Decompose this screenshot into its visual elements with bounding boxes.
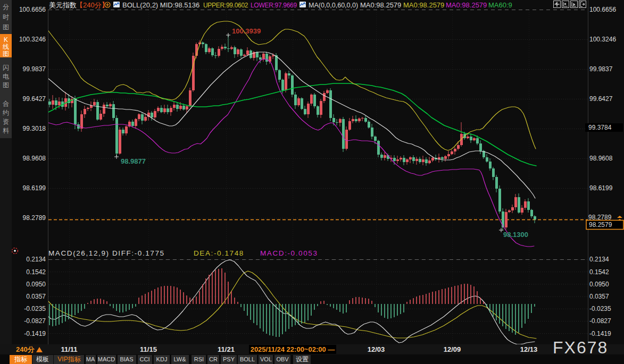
svg-text:100.6656: 100.6656 [19, 6, 46, 13]
svg-text:时: 时 [3, 13, 9, 21]
svg-text:240分: 240分 [16, 345, 35, 353]
svg-text:99.3018: 99.3018 [23, 125, 46, 132]
svg-text:100.3939: 100.3939 [232, 27, 261, 35]
svg-text:100.3246: 100.3246 [589, 36, 616, 43]
svg-text:MACD(26,12,9) DIFF:-0.1775: MACD(26,12,9) DIFF:-0.1775 [48, 249, 165, 257]
svg-text:MACD: MACD [98, 356, 115, 362]
svg-text:99.9837: 99.9837 [23, 65, 46, 73]
svg-text:闪: 闪 [3, 64, 9, 71]
svg-text:LOWER:97.9669: LOWER:97.9669 [251, 2, 297, 9]
svg-text:OBV: OBV [276, 356, 289, 362]
svg-text:指标: 指标 [14, 355, 28, 363]
svg-text:99.6427: 99.6427 [23, 95, 46, 103]
svg-text:98.6199: 98.6199 [23, 184, 46, 192]
svg-text:DEA:-0.1748: DEA:-0.1748 [194, 249, 244, 257]
svg-text:料: 料 [3, 127, 9, 134]
svg-text:模板: 模板 [36, 355, 49, 363]
svg-text:-0.0235: -0.0235 [589, 305, 611, 312]
svg-text:VIP指标: VIP指标 [57, 355, 81, 363]
svg-text:100.6656: 100.6656 [589, 6, 616, 13]
svg-text:100.3246: 100.3246 [19, 36, 46, 43]
svg-text:12/03: 12/03 [368, 345, 385, 353]
svg-text:11/11: 11/11 [61, 345, 77, 353]
svg-text:设置: 设置 [296, 355, 309, 363]
svg-text:2025/11/24 22:00~02:00 —: 2025/11/24 22:00~02:00 — [251, 345, 335, 353]
svg-text:12/09: 12/09 [444, 345, 461, 353]
svg-text:-0.0235: -0.0235 [24, 305, 46, 312]
svg-text:【240分】: 【240分】 [76, 1, 109, 9]
svg-text:图: 图 [3, 23, 9, 31]
svg-text:BOLL: BOLL [240, 356, 255, 362]
svg-text:MA60:9: MA60:9 [488, 1, 512, 9]
svg-text:MA0:98.2579: MA0:98.2579 [446, 1, 487, 9]
svg-text:98.9608: 98.9608 [23, 155, 46, 162]
svg-text:BIAS: BIAS [120, 356, 133, 362]
svg-text:99.3784: 99.3784 [588, 124, 612, 131]
svg-text:BOLL(20,2) MID:98.5136: BOLL(20,2) MID:98.5136 [122, 1, 199, 9]
svg-text:0.0950: 0.0950 [26, 281, 46, 288]
svg-text:线: 线 [3, 43, 9, 50]
svg-text:99.6427: 99.6427 [589, 95, 613, 103]
svg-text:PSY: PSY [223, 356, 235, 362]
svg-text:-0.0827: -0.0827 [589, 317, 611, 325]
svg-text:-0.0827: -0.0827 [24, 317, 46, 325]
svg-text:0.0357: 0.0357 [26, 293, 46, 300]
svg-text:99.9837: 99.9837 [589, 65, 613, 73]
svg-text:MA: MA [86, 356, 95, 362]
svg-text:K: K [4, 36, 8, 44]
svg-text:98.9877: 98.9877 [121, 157, 146, 165]
svg-text:-0.1419: -0.1419 [24, 330, 46, 337]
svg-text:分: 分 [3, 3, 9, 11]
svg-text:电: 电 [3, 73, 9, 80]
svg-text:图: 图 [3, 50, 9, 57]
svg-text:11/21: 11/21 [218, 345, 235, 353]
svg-text:CR: CR [209, 356, 218, 362]
svg-text:0.1542: 0.1542 [589, 268, 609, 276]
svg-text:0.2134: 0.2134 [26, 256, 46, 263]
svg-text:98.2789: 98.2789 [23, 214, 46, 222]
svg-text:0.2134: 0.2134 [589, 256, 609, 263]
svg-text:-0.1419: -0.1419 [589, 330, 611, 337]
svg-text:FX678: FX678 [553, 338, 608, 357]
svg-text:美元指数: 美元指数 [49, 1, 77, 9]
svg-text:0.1542: 0.1542 [26, 268, 46, 276]
svg-text:98.6199: 98.6199 [589, 184, 613, 192]
svg-text:图: 图 [3, 81, 9, 89]
svg-text:MA0:98.2579: MA0:98.2579 [360, 1, 401, 9]
svg-text:98.9608: 98.9608 [589, 155, 613, 162]
svg-text:MA0:98.2579: MA0:98.2579 [403, 1, 444, 9]
svg-text:98.2579: 98.2579 [589, 221, 612, 228]
svg-text:MACD:-0.0053: MACD:-0.0053 [260, 249, 318, 257]
svg-text:LW&: LW& [173, 356, 186, 362]
svg-text:VOL: VOL [260, 356, 272, 362]
svg-text:98.1300: 98.1300 [503, 231, 528, 239]
svg-text:资: 资 [3, 118, 9, 125]
svg-text:CCI: CCI [140, 356, 150, 362]
svg-text:UPPER:99.0602: UPPER:99.0602 [203, 2, 248, 9]
svg-text:0.0950: 0.0950 [589, 281, 609, 288]
svg-text:KDJ: KDJ [156, 356, 168, 362]
svg-text:11/15: 11/15 [140, 345, 157, 353]
svg-text:MA(0,0,0,60,0,0): MA(0,0,0,60,0,0) [309, 2, 358, 9]
svg-text:合: 合 [3, 100, 9, 107]
svg-text:0.0357: 0.0357 [589, 293, 609, 300]
svg-text:12/13: 12/13 [520, 345, 538, 353]
svg-text:RSI: RSI [194, 356, 204, 362]
svg-text:约: 约 [3, 109, 9, 116]
